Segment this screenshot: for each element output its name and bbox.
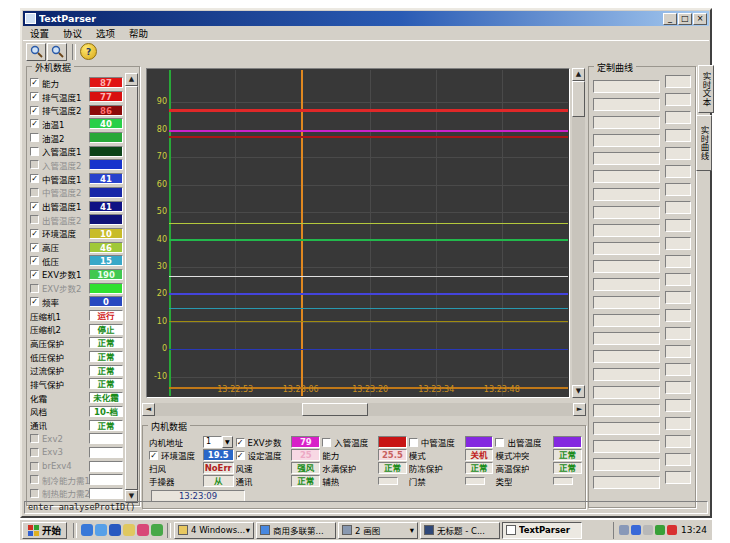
checkbox[interactable]: ✓ (236, 438, 245, 447)
globe-icon[interactable] (95, 524, 107, 536)
scroll-left-icon[interactable]: ◄ (142, 403, 155, 416)
curve-value-field[interactable] (665, 345, 691, 358)
taskbar-button[interactable]: 无标题 - C... (420, 522, 500, 539)
checkbox[interactable] (30, 188, 39, 197)
checkbox[interactable]: ✓ (30, 297, 39, 306)
curve-name-field[interactable] (593, 476, 660, 489)
tab-realtime-curve[interactable]: 实时曲线 (696, 115, 712, 171)
checkbox[interactable]: ✓ (30, 270, 39, 279)
scroll-up-icon[interactable]: ▲ (125, 73, 138, 86)
checkbox[interactable]: ✓ (30, 106, 39, 115)
checkbox[interactable]: ✓ (30, 229, 39, 238)
chevron-down-icon[interactable]: ▾ (246, 525, 250, 535)
curve-name-field[interactable] (593, 116, 660, 129)
checkbox[interactable] (322, 438, 331, 447)
curve-value-field[interactable] (665, 219, 691, 232)
scroll-right-icon[interactable]: ► (573, 403, 586, 416)
menu-item[interactable]: 设置 (23, 26, 56, 40)
chevron-down-icon[interactable]: ▼ (222, 436, 233, 448)
trend-chart[interactable]: 13:22:5313:23:0613:23:2013:23:3413:23:48… (146, 68, 570, 398)
curve-value-field[interactable] (665, 399, 691, 412)
zoom-out-button[interactable] (47, 43, 67, 61)
taskbar-button[interactable]: 商用多联第... (256, 522, 336, 539)
chevron-down-icon[interactable]: ▾ (410, 525, 414, 535)
browser-icon[interactable] (81, 524, 93, 536)
curve-value-field[interactable] (665, 381, 691, 394)
checkbox[interactable] (30, 215, 39, 224)
curve-value-field[interactable] (665, 435, 691, 448)
curve-name-field[interactable] (593, 224, 660, 237)
checkbox[interactable] (30, 147, 39, 156)
agent-icon[interactable] (643, 525, 653, 535)
curve-name-field[interactable] (593, 440, 660, 453)
checkbox[interactable]: ✓ (30, 92, 39, 101)
chart-vscrollbar[interactable]: ▲ ▼ (572, 68, 585, 398)
checkbox[interactable] (30, 160, 39, 169)
menu-item[interactable]: 选项 (89, 26, 122, 40)
curve-value-field[interactable] (665, 147, 691, 160)
curve-value-field[interactable] (665, 255, 691, 268)
mail-icon[interactable] (109, 524, 121, 536)
curve-value-field[interactable] (665, 327, 691, 340)
curve-name-field[interactable] (593, 242, 660, 255)
curve-value-field[interactable] (665, 291, 691, 304)
checkbox[interactable] (30, 284, 39, 293)
checkbox[interactable] (30, 133, 39, 142)
checkbox[interactable]: ✓ (30, 78, 39, 87)
curve-name-field[interactable] (593, 386, 660, 399)
checkbox[interactable] (495, 438, 504, 447)
taskbar-button[interactable]: 2 画图▾ (338, 522, 418, 539)
scrollbar-thumb[interactable] (302, 403, 368, 416)
curve-name-field[interactable] (593, 98, 660, 111)
indoor-address-dropdown[interactable]: 1▼ (203, 436, 233, 448)
curve-value-field[interactable] (665, 93, 691, 106)
outdoor-scrollbar[interactable]: ▲ ▼ (125, 73, 138, 503)
checkbox[interactable]: ✓ (30, 256, 39, 265)
curve-value-field[interactable] (665, 111, 691, 124)
tab-realtime-text[interactable]: 实时文本 (698, 65, 714, 113)
scroll-down-icon[interactable]: ▼ (572, 385, 585, 398)
photo-icon[interactable] (137, 524, 149, 536)
menu-item[interactable]: 帮助 (122, 26, 155, 40)
curve-name-field[interactable] (593, 458, 660, 471)
curve-name-field[interactable] (593, 134, 660, 147)
curve-value-field[interactable] (665, 309, 691, 322)
curve-name-field[interactable] (593, 80, 660, 93)
checkbox[interactable] (30, 434, 39, 443)
curve-value-field[interactable] (665, 273, 691, 286)
minimize-button[interactable]: _ (663, 13, 677, 25)
checkbox[interactable]: ✓ (30, 119, 39, 128)
curve-value-field[interactable] (665, 471, 691, 484)
curve-name-field[interactable] (593, 206, 660, 219)
checkbox[interactable]: ✓ (30, 174, 39, 183)
curve-value-field[interactable] (665, 183, 691, 196)
curve-name-field[interactable] (593, 368, 660, 381)
chart-hscrollbar[interactable]: ◄ ► (142, 403, 586, 416)
checkbox[interactable]: ✓ (236, 451, 245, 460)
curve-name-field[interactable] (593, 260, 660, 273)
menu-item[interactable]: 协议 (56, 26, 89, 40)
checkbox[interactable] (30, 448, 39, 457)
curve-name-field[interactable] (593, 278, 660, 291)
checkbox[interactable]: ✓ (149, 451, 158, 460)
curve-name-field[interactable] (593, 422, 660, 435)
close-button[interactable]: × (693, 13, 707, 25)
curve-value-field[interactable] (665, 75, 691, 88)
checkbox[interactable] (409, 438, 418, 447)
curve-value-field[interactable] (665, 165, 691, 178)
curve-name-field[interactable] (593, 332, 660, 345)
curve-value-field[interactable] (665, 363, 691, 376)
curve-value-field[interactable] (665, 453, 691, 466)
curve-name-field[interactable] (593, 296, 660, 309)
checkbox[interactable] (30, 475, 39, 484)
curve-name-field[interactable] (593, 188, 660, 201)
curve-value-field[interactable] (665, 201, 691, 214)
scrollbar-thumb[interactable] (572, 81, 585, 117)
help-button[interactable]: ? (80, 43, 97, 60)
start-button[interactable]: 开始 (22, 522, 67, 539)
curve-name-field[interactable] (593, 170, 660, 183)
curve-name-field[interactable] (593, 404, 660, 417)
shield-icon[interactable] (151, 524, 163, 536)
taskbar-button[interactable]: TextParser (502, 522, 582, 539)
curve-value-field[interactable] (665, 237, 691, 250)
